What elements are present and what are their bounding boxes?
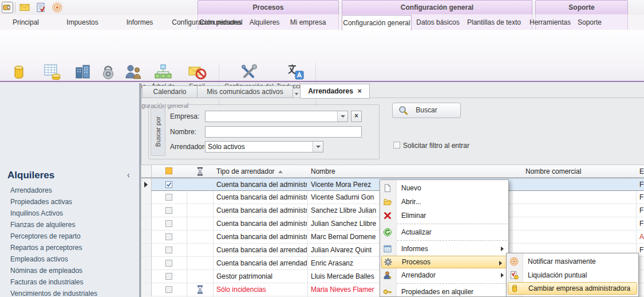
menu-item-arrendador[interactable]: Arrendador xyxy=(380,268,508,282)
tab-mi-empresa[interactable]: Mi empresa xyxy=(285,15,331,30)
sidebar-item-nominas-de-empleados[interactable]: Nóminas de empleados xyxy=(10,265,133,276)
menu-item-label: Cambiar empresa administradora xyxy=(528,284,630,292)
empresa-clear-icon[interactable]: × xyxy=(351,111,362,122)
menu-item-procesos[interactable]: Procesos xyxy=(381,256,507,268)
sidebar-item-perceptores-de-reparto[interactable]: Perceptores de reparto xyxy=(10,230,133,242)
refresh-icon xyxy=(383,228,392,237)
arrendadores-value: Sólo activos xyxy=(208,143,245,151)
new-document-icon xyxy=(383,183,392,193)
tab-plantillas-de-texto[interactable]: Plantillas de texto xyxy=(463,15,526,30)
doc-tab-label: Arrendadores xyxy=(308,87,353,95)
search-panel-label: Buscar por xyxy=(155,116,161,147)
submenu-arrow-icon xyxy=(501,247,504,251)
row-checkbox[interactable] xyxy=(165,220,172,227)
tab-comunidades[interactable]: Comunidades xyxy=(197,15,243,30)
buscar-button[interactable]: Buscar xyxy=(392,103,461,118)
tab-alquileres[interactable]: Alquileres xyxy=(245,15,284,30)
row-checkbox[interactable] xyxy=(165,260,172,267)
tab-datos-basicos[interactable]: Datos básicos xyxy=(413,15,463,30)
menu-item-label: Nuevo xyxy=(401,184,421,192)
close-icon[interactable]: × xyxy=(358,87,362,95)
column-header-extra[interactable]: E xyxy=(639,165,644,178)
notes-check-icon[interactable] xyxy=(35,2,47,13)
tab-principal[interactable]: Principal xyxy=(1,15,50,30)
row-checkbox[interactable] xyxy=(165,207,172,214)
contextual-group-procesos: Procesos xyxy=(197,0,339,14)
chevron-down-icon[interactable] xyxy=(313,142,323,152)
database-icon xyxy=(510,284,519,293)
solicitar-filtro-checkbox[interactable] xyxy=(393,142,400,148)
column-label: Tipo de arrendador xyxy=(216,167,275,175)
row-checkbox[interactable] xyxy=(165,286,172,293)
menu-item-abrir[interactable]: Abrir... xyxy=(380,195,508,209)
sidebar-item-facturas-de-industriales[interactable]: Facturas de industriales xyxy=(10,276,133,288)
sidebar-item-repartos-a-perceptores[interactable]: Repartos a perceptores xyxy=(10,242,133,253)
sidebar-item-fianzas-de-alquileres[interactable]: Fianzas de alquileres xyxy=(10,219,133,230)
row-checkbox[interactable] xyxy=(165,273,172,280)
mail-icon[interactable] xyxy=(19,2,30,13)
menu-item-label: Eliminar xyxy=(401,212,426,220)
tab-impuestos[interactable]: Impuestos xyxy=(52,15,113,30)
open-folder-icon xyxy=(383,197,392,206)
menu-item-eliminar[interactable]: Eliminar xyxy=(380,209,508,222)
buildings-icon xyxy=(73,62,93,82)
settlement-doc-icon xyxy=(509,271,519,280)
row-checkbox[interactable] xyxy=(165,247,172,253)
menu-item-label: Abrir... xyxy=(401,198,421,206)
tab-configuracion-general[interactable]: Configuración general xyxy=(342,15,412,30)
broadcast-icon[interactable] xyxy=(52,2,63,13)
column-header-nombre[interactable]: Nombre xyxy=(311,165,511,178)
submenu-arrow-icon xyxy=(501,273,504,278)
contextual-group-soporte: Soporte xyxy=(535,0,628,14)
nombre-input[interactable] xyxy=(205,126,362,138)
nombre-label: Nombre: xyxy=(170,126,196,138)
menu-item-propiedades-en-alquiler[interactable]: Propiedades en alquiler xyxy=(380,285,508,297)
cell-tipo: Cuenta bancaria del administrador xyxy=(216,178,307,191)
tab-informes[interactable]: Informes xyxy=(113,15,166,30)
sidebar-collapse-icon[interactable]: ‹ xyxy=(127,170,130,179)
doc-tab-arrendadores[interactable]: Arrendadores× xyxy=(300,84,370,99)
table-header-row: Tipo de arrendador Nombre Nombre comerci… xyxy=(141,165,644,178)
cell-extra: F xyxy=(639,217,644,230)
sidebar-item-propiedades-activas[interactable]: Propiedades activas xyxy=(10,196,133,208)
submenu-item-notificar-masivamente[interactable]: Notificar masivamente xyxy=(507,255,638,268)
cell-tipo: Cuenta bancaria del administrador xyxy=(216,230,307,243)
search-panel-side-tab[interactable]: Buscar por xyxy=(151,108,165,156)
sidebar-item-inquilinos-activos[interactable]: Inquilinos Activos xyxy=(10,208,133,219)
hourglass-column-icon[interactable] xyxy=(196,167,204,178)
current-row-arrow-icon xyxy=(144,182,148,187)
broadcast-icon xyxy=(509,257,519,266)
tab-soporte[interactable]: Soporte xyxy=(572,15,607,30)
column-header-tipo-de-arrendador[interactable]: Tipo de arrendador xyxy=(216,165,307,178)
table-coins-icon xyxy=(42,62,62,82)
row-indicator xyxy=(141,178,152,191)
row-checkbox[interactable] xyxy=(165,233,172,240)
key-icon xyxy=(383,287,392,296)
ribbon-separator xyxy=(219,63,219,107)
app-icon[interactable] xyxy=(2,2,13,13)
submenu-item-cambiar-empresa-administradora[interactable]: Cambiar empresa administradora xyxy=(508,282,637,295)
tab-herramientas[interactable]: Herramientas xyxy=(528,15,572,30)
solicitar-filtro-label: Solicitar filtro al entrar xyxy=(403,140,469,151)
delete-cross-icon xyxy=(383,211,392,220)
sidebar-item-arrendadores[interactable]: Arrendadores xyxy=(10,185,133,196)
menu-item-informes[interactable]: Informes xyxy=(380,242,508,256)
row-checkbox-checked[interactable] xyxy=(165,181,172,188)
menu-item-actualizar[interactable]: Actualizar xyxy=(380,225,508,239)
submenu-arrow-icon xyxy=(499,261,502,265)
doc-tab-mis-comunicados-activos[interactable]: Mis comunicados activos xyxy=(197,85,293,98)
row-checkbox[interactable] xyxy=(165,194,172,201)
sidebar-item-vencimientos-de-industriales[interactable]: Vencimientos de industriales xyxy=(10,288,133,297)
doc-tab-calendario[interactable]: Calendario xyxy=(142,85,197,98)
cell-extra: F xyxy=(639,178,644,191)
empresa-combo[interactable] xyxy=(205,111,348,122)
translate-icon xyxy=(286,62,305,82)
arrendadores-combo[interactable]: Sólo activos xyxy=(205,141,323,153)
select-all-checkbox[interactable] xyxy=(165,167,172,174)
org-tree-icon xyxy=(153,62,173,82)
sidebar-item-empleados-activos[interactable]: Empleados activos xyxy=(10,253,133,265)
column-header-nombre-comercial[interactable]: Nombre comercial xyxy=(519,165,640,178)
submenu-item-liquidacion-puntual[interactable]: Liquidación puntual xyxy=(507,268,638,282)
menu-item-nuevo[interactable]: Nuevo xyxy=(380,181,508,195)
chevron-down-icon[interactable] xyxy=(337,111,347,122)
